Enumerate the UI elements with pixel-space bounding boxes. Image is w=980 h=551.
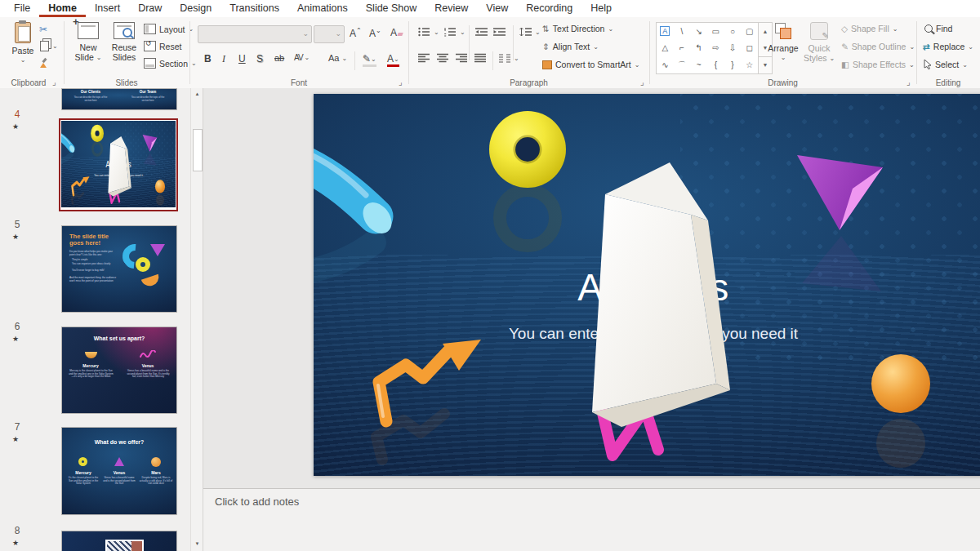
shape-left-brace[interactable]: { (707, 56, 724, 73)
shape-fill-button[interactable]: ◇Shape Fill⌄ (841, 24, 898, 33)
tab-design[interactable]: Design (171, 0, 220, 17)
find-button[interactable]: Find (924, 24, 952, 33)
tab-view[interactable]: View (477, 0, 517, 17)
tab-transitions[interactable]: Transitions (220, 0, 288, 17)
character-spacing-button[interactable]: AV ⌄ (294, 53, 309, 62)
arrange-button[interactable]: Arrange ⌄ (766, 22, 800, 63)
font-color-button[interactable]: A⌄ (387, 53, 399, 67)
tab-review[interactable]: Review (425, 0, 477, 17)
tab-file[interactable]: File (5, 0, 39, 17)
layout-button[interactable]: Layout⌄ (144, 24, 194, 34)
slide-canvas[interactable]: About us You can enter a subtitle here i… (314, 94, 980, 476)
bold-button[interactable]: B (204, 53, 212, 64)
underline-button[interactable]: U (238, 53, 246, 64)
numbering-button[interactable]: ⌄ (444, 27, 466, 37)
thumbnail-slide-6[interactable]: What set us apart? Mercury Mercury is th… (61, 327, 177, 414)
shape-arrow[interactable]: ↘ (690, 23, 707, 40)
replace-button[interactable]: ⇄Replace⌄ (923, 42, 973, 51)
slide-7-number: 7 (10, 421, 24, 433)
cut-button[interactable]: ✂ (39, 24, 47, 35)
tab-home[interactable]: Home (39, 0, 86, 17)
shape-outline-button[interactable]: ✎Shape Outline⌄ (841, 42, 915, 51)
grow-font-button[interactable]: A⌃ (350, 27, 362, 39)
tab-animations[interactable]: Animations (288, 0, 357, 17)
paste-button[interactable]: Paste ⌄ (8, 22, 38, 65)
reset-button[interactable]: Reset (144, 41, 181, 51)
line-spacing-button[interactable]: ⌄ (519, 27, 541, 37)
shape-gallery[interactable]: A \ ↘ ▭ ○ ▢ △ ⌐ ↰ ⇨ ⇩ ◻ ∿ ⌒ ~ { } ☆ (656, 22, 759, 74)
tab-draw[interactable]: Draw (129, 0, 171, 17)
shape-textbox[interactable]: A (657, 23, 674, 40)
text-shadow-button[interactable]: S (256, 53, 263, 64)
thumbnail-scrollbar[interactable]: ▲ ▼ (190, 88, 203, 551)
thumb6-venus-icon (140, 350, 156, 358)
decrease-indent-button[interactable] (475, 27, 488, 37)
align-text-icon: ⇕ (542, 42, 550, 51)
bullets-button[interactable]: ⌄ (418, 27, 439, 37)
shape-rounded-rectangle[interactable]: ▢ (741, 23, 758, 40)
paragraph-group-label: Paragraph (408, 78, 649, 87)
align-text-button[interactable]: ⇕Align Text⌄ (542, 42, 599, 51)
shape-elbow-arrow[interactable]: ↰ (690, 40, 707, 57)
shape-line[interactable]: \ (674, 23, 691, 40)
strikethrough-button[interactable]: ab (274, 53, 284, 63)
align-left-icon (418, 53, 430, 63)
format-painter-icon (38, 58, 48, 68)
shape-effects-button[interactable]: ◧Shape Effects⌄ (841, 60, 915, 69)
thumbnail-slide-7[interactable]: What do we offer? Mercury It's the close… (61, 427, 177, 515)
shrink-font-button[interactable]: A⌄ (369, 27, 381, 39)
notes-placeholder[interactable]: Click to add notes (215, 495, 299, 508)
arrange-icon (773, 22, 793, 40)
quick-styles-button[interactable]: Quick Styles ⌄ (802, 22, 836, 64)
paragraph-dialog-launcher[interactable]: ⌟ (640, 78, 644, 87)
shape-right-arrow[interactable]: ⇨ (707, 40, 724, 57)
font-dialog-launcher[interactable]: ⌟ (399, 78, 403, 87)
font-name-combobox[interactable]: ⌄ (198, 25, 312, 43)
align-center-button[interactable] (437, 53, 448, 63)
shape-snip-rectangle[interactable]: ◻ (741, 40, 758, 57)
shape-rectangle[interactable]: ▭ (707, 23, 724, 40)
change-case-button[interactable]: Aa ⌄ (328, 53, 347, 63)
columns-button[interactable]: ⌄ (499, 53, 519, 63)
font-size-combobox[interactable]: ⌄ (314, 25, 345, 43)
format-painter-button[interactable] (38, 58, 48, 68)
shape-scribble[interactable]: ∿ (657, 56, 674, 73)
reuse-slides-button[interactable]: Reuse Slides (106, 22, 142, 62)
shape-arc[interactable]: ⌒ (674, 56, 691, 73)
clipboard-dialog-launcher[interactable]: ⌟ (52, 78, 56, 87)
convert-to-smartart-button[interactable]: Convert to SmartArt⌄ (542, 60, 639, 69)
highlight-color-button[interactable]: ✎⌄ (363, 53, 376, 67)
tab-slide-show[interactable]: Slide Show (357, 0, 426, 17)
thumbnail-slide-8[interactable] (61, 531, 177, 551)
menu-bar: File Home Insert Draw Design Transitions… (0, 0, 980, 17)
shape-elbow-connector[interactable]: ⌐ (674, 40, 691, 57)
scrollbar-up-icon[interactable]: ▲ (191, 88, 203, 100)
drawing-dialog-launcher[interactable]: ⌟ (906, 78, 911, 87)
shape-triangle[interactable]: △ (657, 40, 674, 57)
tab-recording[interactable]: Recording (517, 0, 581, 17)
clear-formatting-button[interactable]: A (390, 27, 403, 38)
increase-indent-button[interactable] (493, 27, 506, 37)
align-right-button[interactable] (456, 53, 467, 63)
thumbnail-slide-4[interactable]: About us You can enter a subtitle here i… (59, 118, 178, 211)
scrollbar-thumb[interactable] (193, 129, 203, 171)
shape-star[interactable]: ☆ (741, 56, 758, 73)
thumbnail-slide-3[interactable]: Our Clients Our Team You can describe th… (61, 88, 177, 110)
italic-button[interactable]: I (222, 53, 225, 65)
new-slide-button[interactable]: + New Slide ⌄ (70, 22, 106, 63)
tab-help[interactable]: Help (581, 0, 621, 17)
shape-down-arrow[interactable]: ⇩ (724, 40, 742, 57)
justify-button[interactable] (474, 53, 486, 63)
scrollbar-down-icon[interactable]: ▼ (191, 538, 203, 550)
align-left-button[interactable] (418, 53, 430, 63)
copy-button[interactable]: ⌄ (40, 41, 58, 51)
select-button[interactable]: Select⌄ (924, 60, 968, 69)
thumbnail-slide-5[interactable]: The slide title goes here! Do you know w… (61, 225, 177, 313)
shape-oval[interactable]: ○ (724, 23, 742, 40)
copy-icon (40, 41, 49, 51)
tab-insert[interactable]: Insert (86, 0, 129, 17)
shape-curve[interactable]: ~ (690, 56, 707, 73)
shape-right-brace[interactable]: } (724, 56, 742, 73)
text-direction-button[interactable]: ⇅Text Direction⌄ (542, 24, 613, 33)
notes-pane[interactable]: Click to add notes (203, 488, 980, 551)
